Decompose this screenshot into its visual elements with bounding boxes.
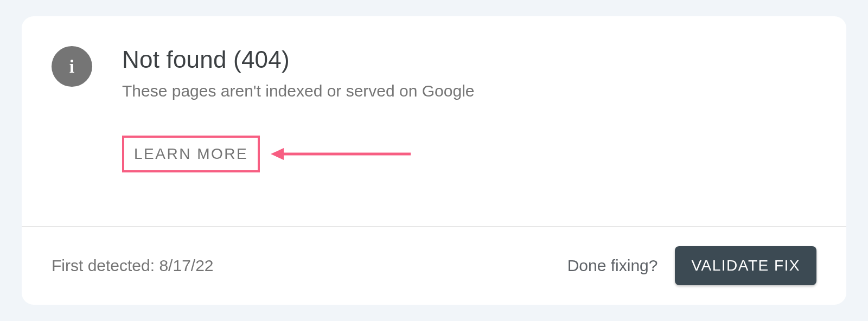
card-footer: First detected: 8/17/22 Done fixing? VAL… (22, 226, 846, 305)
annotation-arrow-icon (270, 146, 411, 162)
info-icon: i (52, 46, 92, 87)
learn-more-link[interactable]: LEARN MORE (122, 136, 260, 172)
footer-actions: Done fixing? VALIDATE FIX (567, 246, 816, 285)
card-body: i Not found (404) These pages aren't ind… (22, 16, 846, 226)
first-detected: First detected: 8/17/22 (52, 256, 214, 275)
learn-more-row: LEARN MORE (122, 136, 816, 172)
card-title: Not found (404) (122, 46, 816, 73)
status-card: i Not found (404) These pages aren't ind… (22, 16, 846, 305)
validate-fix-button[interactable]: VALIDATE FIX (675, 246, 816, 285)
card-subtitle: These pages aren't indexed or served on … (122, 82, 816, 100)
first-detected-label: First detected: (52, 256, 159, 274)
first-detected-date: 8/17/22 (159, 256, 213, 274)
svg-marker-1 (271, 148, 284, 160)
card-content: Not found (404) These pages aren't index… (122, 46, 816, 172)
done-fixing-label: Done fixing? (567, 256, 658, 275)
